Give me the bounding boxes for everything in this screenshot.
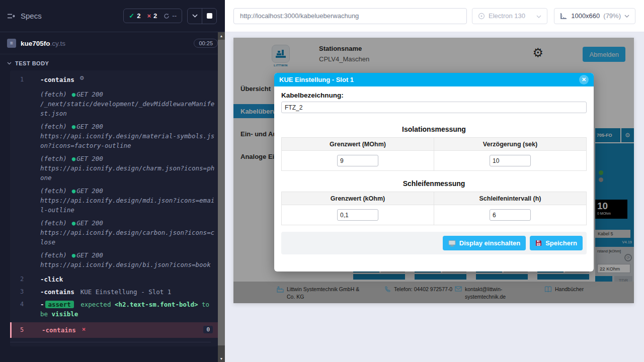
- loop-intervall-input[interactable]: [490, 209, 531, 221]
- assert-expected: expected: [80, 301, 111, 308]
- spec-row[interactable]: ≡ kue705fo.cy.ts 00:25: [0, 32, 225, 54]
- chevron-down-icon: [7, 62, 12, 65]
- save-label: Speichern: [545, 239, 577, 247]
- iso-col-grenzwert: Grenzwert (MOhm): [282, 138, 434, 151]
- status-dot-icon: ●: [72, 251, 76, 259]
- reporter-divider: [10, 342, 211, 342]
- fail-icon: ×: [147, 12, 151, 20]
- loop-col-intervall: Schleifenintervall (h): [434, 192, 587, 205]
- close-icon[interactable]: ✕: [579, 75, 589, 84]
- loop-section-title: Schleifenmessung: [281, 179, 587, 188]
- scroll-up-icon[interactable]: ▲: [218, 32, 225, 39]
- spec-extension: .cy.ts: [50, 40, 66, 47]
- iso-grenzwert-input[interactable]: [337, 155, 378, 166]
- fetch-status: GET 200: [76, 123, 103, 130]
- fetch-tag: (fetch): [40, 219, 67, 227]
- assert-message: -assert expected <h2.text-sm.font-bold> …: [40, 300, 211, 319]
- command-contains: -contains: [40, 287, 74, 297]
- command-row-4[interactable]: 4 -assert expected <h2.text-sm.font-bold…: [10, 298, 218, 320]
- cable-name-label: Kabelbezeichnung:: [281, 92, 587, 99]
- stop-button[interactable]: [202, 9, 216, 24]
- display-on-button[interactable]: Display einschalten: [443, 236, 526, 250]
- scrollbar-thumb[interactable]: [218, 40, 225, 345]
- stat-pending: --: [164, 12, 177, 20]
- gear-icon: ⚙: [79, 75, 85, 81]
- fetch-tag: (fetch): [40, 123, 67, 130]
- assert-visible: visible: [52, 310, 78, 318]
- scroll-down-icon[interactable]: ▼: [218, 355, 225, 362]
- ruler-icon: [560, 13, 568, 20]
- isolation-table: Grenzwert (MOhm) Verzögerung (sek): [281, 137, 587, 171]
- specs-title: Specs: [21, 12, 42, 20]
- chevron-down-icon: [536, 15, 541, 18]
- line-number: 2: [10, 275, 40, 284]
- test-stats: ✓ 2 × 2 --: [123, 9, 182, 23]
- spec-duration-badge: 00:25: [194, 39, 218, 48]
- url-input[interactable]: http://localhost:3000/kabelueberwachung: [233, 8, 467, 24]
- fetch-status: GET 200: [76, 219, 103, 227]
- cable-name-input[interactable]: [281, 102, 587, 113]
- fetch-url: https://api.iconify.design/bi.json?icons…: [40, 261, 211, 268]
- line-number: 3: [10, 287, 40, 297]
- fetch-tag: (fetch): [40, 251, 67, 259]
- assert-badge: assert: [45, 301, 74, 308]
- fetch-status: GET 200: [76, 187, 103, 195]
- browser-bar: http://localhost:3000/kabelueberwachung …: [225, 0, 644, 32]
- spec-file-icon: ≡: [7, 39, 16, 48]
- collapse-chevron-icon[interactable]: [188, 9, 202, 24]
- status-dot-icon: ●: [72, 123, 76, 130]
- status-dot-icon: ●: [72, 187, 76, 195]
- fetch-log: (fetch)●GET 200/_next/static/development…: [40, 89, 215, 118]
- stop-icon: [207, 13, 212, 19]
- loop-col-grenzwert: Grenzwert (kOhm): [282, 192, 434, 205]
- fetch-url: https://api.iconify.design/charm.json?ic…: [40, 164, 214, 182]
- test-body-label: TEST BODY: [15, 60, 49, 66]
- fetch-log: (fetch)●GET 200https://api.iconify.desig…: [40, 218, 215, 247]
- command-contains: -contains: [40, 75, 74, 84]
- command-row-3[interactable]: 3 -contains KUE Einstellung - Slot 1: [10, 286, 218, 298]
- browser-select[interactable]: Electron 130: [472, 8, 547, 24]
- fetch-log: (fetch)●GET 200https://api.iconify.desig…: [40, 250, 215, 269]
- status-dot-icon: ●: [72, 155, 76, 162]
- fetch-status: GET 200: [76, 251, 103, 259]
- test-body-header[interactable]: TEST BODY: [0, 54, 225, 70]
- fetch-tag: (fetch): [40, 155, 67, 162]
- line-number: 1: [10, 75, 40, 84]
- sidebar-header: Specs ✓ 2 × 2 --: [0, 0, 225, 32]
- fetch-url: /_next/static/development/_devMiddleware…: [40, 100, 214, 117]
- assert-element: <h2.text-sm.font-bold>: [115, 301, 198, 308]
- run-controls: [187, 8, 217, 24]
- spec-name: kue705fo: [21, 40, 50, 47]
- save-button[interactable]: Speichern: [530, 236, 583, 250]
- line-number: 4: [10, 300, 40, 309]
- pass-icon: ✓: [129, 12, 134, 20]
- modal-titlebar: KUE Einstellung - Slot 1 ✕: [274, 73, 594, 86]
- restart-icon: [164, 13, 170, 19]
- command-click: -click: [40, 275, 63, 284]
- iso-verzoegerung-input[interactable]: [490, 155, 531, 166]
- specs-menu-icon[interactable]: [7, 13, 16, 20]
- line-number: 5: [12, 325, 42, 335]
- command-row-2[interactable]: 2 -click: [10, 273, 218, 286]
- pass-count: 2: [137, 12, 140, 20]
- sidebar-scrollbar[interactable]: ▲ ▼: [218, 32, 225, 362]
- command-row-1[interactable]: 1 -contains ⚙: [10, 73, 218, 86]
- fetch-log: (fetch)●GET 200https://api.iconify.desig…: [40, 186, 215, 215]
- cypress-sidebar: Specs ✓ 2 × 2 -- ≡ kue705fo.cy.t: [0, 0, 225, 362]
- electron-icon: [478, 13, 485, 20]
- command-contains: -contains: [42, 325, 76, 335]
- browser-name: Electron 130: [489, 12, 525, 20]
- isolation-section-title: Isolationsmessung: [281, 125, 587, 133]
- assert-prefix: -: [40, 301, 44, 308]
- loop-grenzwert-input[interactable]: [337, 209, 378, 221]
- pending-count: --: [172, 12, 177, 20]
- command-row-5-failed[interactable]: 5 -contains × 0: [10, 322, 218, 338]
- fetch-log: (fetch)●GET 200https://api.iconify.desig…: [40, 154, 215, 183]
- viewport-size-select[interactable]: 1000x660 (79%): [554, 8, 635, 24]
- url-text: http://localhost:3000/kabelueberwachung: [240, 12, 359, 20]
- iso-col-verzoegerung: Verzögerung (sek): [434, 138, 587, 151]
- floppy-save-icon: [535, 240, 542, 246]
- fetch-status: GET 200: [76, 90, 103, 98]
- chevron-down-icon: [624, 15, 629, 18]
- modal-footer: Display einschalten Speichern: [281, 232, 587, 254]
